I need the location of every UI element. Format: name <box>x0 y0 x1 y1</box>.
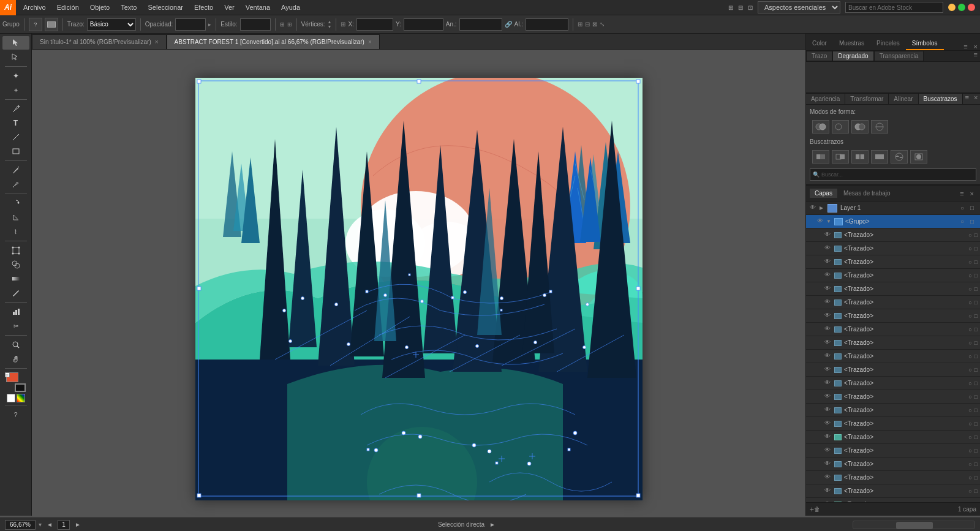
page-number-input[interactable] <box>58 520 70 530</box>
distribute-icon[interactable]: ⊠ <box>592 21 597 28</box>
trazado-2-eye[interactable]: 👁 <box>823 258 832 266</box>
trazado-9-lock[interactable]: ○ <box>968 353 971 360</box>
create-new-layer-btn[interactable]: + <box>810 505 814 514</box>
workspace-selector[interactable]: Aspectos esenciales <box>758 1 840 13</box>
trazado-1-eye[interactable]: 👁 <box>823 244 832 253</box>
trazado-18[interactable]: 👁 <Trazado> ○ □ <box>806 471 980 484</box>
app-panel-close[interactable]: × <box>971 94 980 104</box>
trazado-5-eye[interactable]: 👁 <box>823 298 832 307</box>
trazado-0-target[interactable]: □ <box>974 232 978 238</box>
eyedropper-tool[interactable] <box>2 286 29 299</box>
x-input[interactable]: 700 px <box>356 18 393 31</box>
search-field-buscatrazos[interactable]: 🔍 Buscar... <box>810 168 976 181</box>
trazado-1-lock[interactable]: ○ <box>968 246 971 252</box>
panel-close-btn[interactable]: × <box>971 43 980 50</box>
menu-efecto[interactable]: Efecto <box>189 2 218 12</box>
layers-tab-mesas[interactable]: Mesas de trabajo <box>839 189 895 198</box>
close-button[interactable] <box>968 4 975 11</box>
trazado-11[interactable]: 👁 <Trazado> ○ □ <box>806 377 980 390</box>
trazado-15-eye[interactable]: 👁 <box>823 433 832 442</box>
app-tab-apariencia[interactable]: Apariencia <box>806 94 845 104</box>
vertices-stepper[interactable]: ▲ ▼ <box>328 20 332 29</box>
trazado-7-eye[interactable]: 👁 <box>823 325 832 334</box>
tab-untitled-close[interactable]: × <box>155 39 159 45</box>
hand-tool[interactable] <box>2 352 29 366</box>
shape-mode-1[interactable] <box>812 120 829 134</box>
panel-tab-pinceles[interactable]: Pinceles <box>870 37 906 50</box>
trazado-19-target[interactable]: □ <box>974 488 978 494</box>
rectangle-tool[interactable] <box>2 145 29 158</box>
sub-tab-trazo[interactable]: Trazo <box>806 51 832 61</box>
adobe-stock-search[interactable] <box>845 2 943 13</box>
trazado-8[interactable]: 👁 <Trazado> ○ □ <box>806 336 980 350</box>
trazado-12-lock[interactable]: ○ <box>968 394 971 400</box>
free-transform-tool[interactable] <box>2 244 29 257</box>
trazado-8-target[interactable]: □ <box>974 340 978 346</box>
trazado-10[interactable]: 👁 <Trazado> ○ □ <box>806 363 980 377</box>
grupo-visibility[interactable]: 👁 <box>816 217 824 226</box>
trazado-16-eye[interactable]: 👁 <box>823 446 832 455</box>
paintbrush-tool[interactable] <box>2 164 29 177</box>
vertices-up[interactable]: ▲ <box>328 20 332 24</box>
trazado-1[interactable]: 👁 <Trazado> ○ □ <box>806 242 980 255</box>
panel-tab-muestras[interactable]: Muestras <box>833 37 870 50</box>
menu-seleccionar[interactable]: Seleccionar <box>143 2 187 12</box>
trazado-10-eye[interactable]: 👁 <box>823 366 832 374</box>
sub-panel-expand[interactable]: ≡ <box>971 51 980 61</box>
slice-tool[interactable]: ✂ <box>2 319 29 333</box>
trazado-4-target[interactable]: □ <box>974 286 978 292</box>
question-tool[interactable]: ? <box>2 408 29 421</box>
vertices-down[interactable]: ▼ <box>328 24 332 29</box>
layer-1-header[interactable]: 👁 ▶ Layer 1 ○ □ <box>806 201 980 215</box>
trazado-12-eye[interactable]: 👁 <box>823 393 832 401</box>
horizontal-scrollbar[interactable] <box>853 521 975 529</box>
trazado-6[interactable]: 👁 <Trazado> ○ □ <box>806 309 980 323</box>
trazado-15-target[interactable]: □ <box>974 434 978 440</box>
w-input[interactable]: 1399.99 px <box>459 18 502 31</box>
color-mode-none[interactable] <box>7 394 15 402</box>
canvas-area[interactable] <box>32 50 805 516</box>
nav-next-btn[interactable]: ► <box>75 521 81 528</box>
trazado-5-target[interactable]: □ <box>974 299 978 306</box>
sub-tab-degradado[interactable]: Degradado <box>832 51 873 61</box>
sub-tab-transparencia[interactable]: Transparencia <box>874 51 924 61</box>
grupo-item[interactable]: 👁 ▼ <Grupo> ○ □ <box>806 215 980 228</box>
trazado-16-lock[interactable]: ○ <box>968 448 971 454</box>
trazado-19-eye[interactable]: 👁 <box>823 487 832 495</box>
pathfinder-1[interactable] <box>812 150 829 164</box>
trazado-3-lock[interactable]: ○ <box>968 273 971 279</box>
zoom-input[interactable] <box>5 520 36 530</box>
trazado-13[interactable]: 👁 <Trazado> ○ □ <box>806 404 980 417</box>
selection-tool[interactable] <box>2 36 29 50</box>
trazado-11-eye[interactable]: 👁 <box>823 379 832 388</box>
shape-mode-4[interactable] <box>871 120 888 134</box>
text-tool[interactable]: T <box>2 116 29 130</box>
menu-edicion[interactable]: Edición <box>52 2 84 12</box>
trazado-15-lock[interactable]: ○ <box>968 434 971 440</box>
trazado-17-target[interactable]: □ <box>974 461 978 467</box>
maximize-button[interactable] <box>958 4 965 11</box>
trazado-14-eye[interactable]: 👁 <box>823 420 832 428</box>
fill-stroke-area[interactable]: ⇄ <box>5 372 27 392</box>
trazado-11-lock[interactable]: ○ <box>968 380 971 386</box>
shape-builder-tool[interactable] <box>2 258 29 271</box>
scale-tool[interactable] <box>2 211 29 224</box>
trazado-7-lock[interactable]: ○ <box>968 326 971 333</box>
align-icon[interactable]: ⊟ <box>585 21 590 28</box>
stroke-color-swatch[interactable] <box>45 18 58 31</box>
trazado-16-target[interactable]: □ <box>974 448 978 454</box>
warp-tool[interactable]: ⌇ <box>2 225 29 238</box>
tab-abstract-forest-close[interactable]: × <box>368 39 372 45</box>
layer-1-visibility[interactable]: 👁 <box>809 204 817 213</box>
trazado-17-lock[interactable]: ○ <box>968 461 971 467</box>
trazado-15[interactable]: 👁 <Trazado> ○ □ <box>806 431 980 444</box>
shape-mode-3[interactable] <box>851 120 869 134</box>
grupo-target-btn[interactable]: □ <box>970 218 978 225</box>
trazado-14[interactable]: 👁 <Trazado> ○ □ <box>806 417 980 431</box>
trazado-13-target[interactable]: □ <box>974 407 978 413</box>
app-tab-buscatrazos[interactable]: Buscatrazos <box>919 94 963 104</box>
trazado-10-lock[interactable]: ○ <box>968 367 971 373</box>
trazado-7[interactable]: 👁 <Trazado> ○ □ <box>806 323 980 336</box>
layers-tab-capas[interactable]: Capas <box>810 189 837 198</box>
trazado-18-target[interactable]: □ <box>974 475 978 481</box>
